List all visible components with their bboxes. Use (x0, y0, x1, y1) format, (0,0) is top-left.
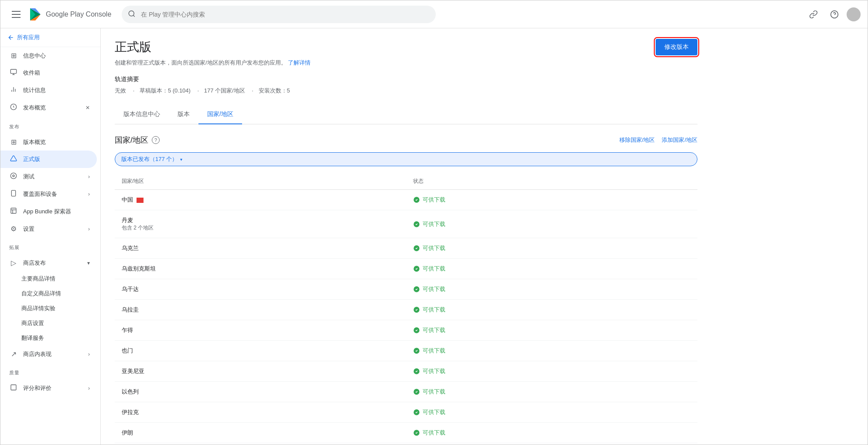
sidebar-item-test[interactable]: 测试 › (0, 168, 97, 185)
check-circle-icon (413, 265, 420, 272)
settings-icon: ⚙ (9, 225, 18, 233)
search-input[interactable] (122, 6, 436, 23)
country-status-cell: 可供下载 (406, 382, 630, 402)
country-table: 国家/地区 状态 中国 可供下载 丹麦包含 2 个地区 可供下载 乌克兰 (115, 173, 697, 443)
country-name: 乌干达 (122, 286, 139, 292)
filter-button[interactable]: 版本已发布（177 个） ▾ (115, 152, 697, 166)
sidebar-item-cover-devices[interactable]: 覆盖面和设备 › (0, 185, 97, 203)
svg-point-17 (13, 175, 14, 177)
link-icon-button[interactable] (805, 6, 822, 23)
tab-version-info[interactable]: 版本信息中心 (115, 105, 169, 124)
avatar[interactable] (847, 7, 861, 21)
country-name-cell: 中国 (115, 190, 406, 210)
app-title: Google Play Console (46, 10, 111, 18)
sidebar-sub-translation[interactable]: 翻译服务 (0, 331, 97, 346)
sidebar-sub-custom-product[interactable]: 自定义商品详情 (0, 286, 97, 301)
track-summary-title: 轨道摘要 (115, 75, 697, 83)
sidebar-item-label: 评分和评价 (23, 384, 51, 392)
country-name: 乌兹别克斯坦 (122, 265, 156, 272)
tab-countries[interactable]: 国家/地区 (198, 105, 242, 124)
country-action-cell (630, 382, 697, 402)
sidebar-item-version-overview[interactable]: ⊞ 版本概览 (0, 134, 97, 151)
svg-rect-9 (10, 69, 16, 73)
svg-line-5 (133, 15, 135, 16)
svg-point-16 (10, 173, 16, 178)
expand-icon: › (88, 191, 90, 197)
sidebar-sub-main-product[interactable]: 主要商品详情 (0, 271, 97, 286)
sidebar-item-ratings[interactable]: 评分和评价 › (0, 380, 97, 397)
publish-icon (9, 103, 18, 112)
release-icon (9, 155, 18, 164)
country-name: 以色列 (122, 388, 139, 395)
svg-rect-20 (11, 208, 16, 213)
help-tooltip-icon[interactable]: ? (152, 136, 160, 144)
flag-icon (137, 198, 144, 203)
modify-version-button[interactable]: 修改版本 (656, 39, 697, 55)
sidebar-sub-label: 自定义商品详情 (21, 290, 61, 298)
check-circle-icon (413, 327, 420, 334)
sidebar-item-label: 商店内表现 (23, 350, 51, 358)
table-row: 伊朗 可供下载 (115, 423, 697, 443)
sidebar-sub-label: 翻译服务 (21, 334, 44, 342)
learn-more-link[interactable]: 了解详情 (288, 59, 311, 66)
sidebar-item-inbox[interactable]: 收件箱 (0, 64, 97, 82)
sidebar-item-statistics[interactable]: 统计信息 (0, 82, 97, 99)
table-row: 乌干达 可供下载 (115, 279, 697, 300)
track-summary: 轨道摘要 无效 · 草稿版本：5 (0.104) · 177 个国家/地区 · … (115, 75, 697, 95)
sidebar-item-label: 统计信息 (23, 86, 46, 94)
country-name: 亚美尼亚 (122, 368, 144, 374)
country-name-cell: 乌兹别克斯坦 (115, 259, 406, 279)
country-status-cell: 可供下载 (406, 423, 630, 443)
expand-icon: ▾ (87, 260, 90, 266)
sidebar-item-store-performance[interactable]: ↗ 商店内表现 › (0, 346, 97, 363)
main-content: 正式版 修改版本 创建和管理正式版本，面向所选国家/地区的所有用户发布您的应用。… (101, 28, 868, 445)
country-status-cell: 可供下载 (406, 279, 630, 300)
table-row: 丹麦包含 2 个地区 可供下载 (115, 210, 697, 238)
sidebar-sub-label: 商店设置 (21, 319, 44, 327)
back-to-all-apps[interactable]: 所有应用 (0, 28, 100, 47)
tabs: 版本信息中心 版本 国家/地区 (115, 105, 697, 124)
search-bar[interactable] (122, 6, 436, 23)
country-name: 也门 (122, 347, 133, 354)
status-available: 可供下载 (413, 408, 623, 416)
expand-icon: ✕ (85, 105, 90, 111)
inbox-icon (9, 68, 18, 77)
col-status: 状态 (406, 173, 630, 190)
country-status-cell: 可供下载 (406, 238, 630, 259)
country-action-cell (630, 341, 697, 361)
menu-button[interactable] (7, 6, 25, 23)
sidebar-item-app-bundle[interactable]: App Bundle 探索器 (0, 203, 97, 220)
chevron-down-icon: ▾ (180, 157, 182, 162)
check-circle-icon (413, 409, 420, 416)
country-status-cell: 可供下载 (406, 320, 630, 341)
country-name-cell: 乌克兰 (115, 238, 406, 259)
track-countries: 177 个国家/地区 (204, 87, 245, 94)
sidebar-item-label: 正式版 (23, 155, 40, 163)
sidebar-item-publish-overview[interactable]: 发布概览 ✕ (0, 99, 97, 116)
sidebar-item-label: 发布概览 (23, 104, 46, 112)
logo-area: Google Play Console (28, 7, 111, 21)
sidebar-item-label: 覆盖面和设备 (23, 190, 57, 198)
country-name-cell: 伊拉克 (115, 402, 406, 423)
help-icon-button[interactable] (826, 6, 843, 23)
col-actions (630, 173, 697, 190)
country-name: 乌拉圭 (122, 306, 139, 313)
sidebar-section-quality: 质量 (0, 363, 100, 380)
remove-countries-link[interactable]: 移除国家/地区 (619, 136, 655, 144)
sidebar-item-info-center[interactable]: ⊞ 信息中心 (0, 47, 97, 64)
sidebar-sub-store-settings[interactable]: 商店设置 (0, 316, 97, 331)
status-available: 可供下载 (413, 367, 623, 375)
add-countries-link[interactable]: 添加国家/地区 (662, 136, 697, 144)
page-header: 正式版 修改版本 (115, 39, 697, 55)
sidebar-sub-product-test[interactable]: 商品详情实验 (0, 301, 97, 316)
track-invalid: 无效 (115, 87, 126, 94)
tab-version[interactable]: 版本 (169, 105, 198, 124)
sidebar-item-settings[interactable]: ⚙ 设置 › (0, 220, 97, 237)
expand-icon: › (88, 385, 90, 391)
country-status-cell: 可供下载 (406, 259, 630, 279)
country-action-cell (630, 402, 697, 423)
sidebar-item-release[interactable]: 正式版 (0, 151, 97, 168)
sidebar: 所有应用 ⊞ 信息中心 收件箱 统计信息 (0, 28, 101, 445)
sidebar-item-store-publish[interactable]: ▷ 商店发布 ▾ (0, 254, 97, 271)
check-circle-icon (413, 347, 420, 354)
